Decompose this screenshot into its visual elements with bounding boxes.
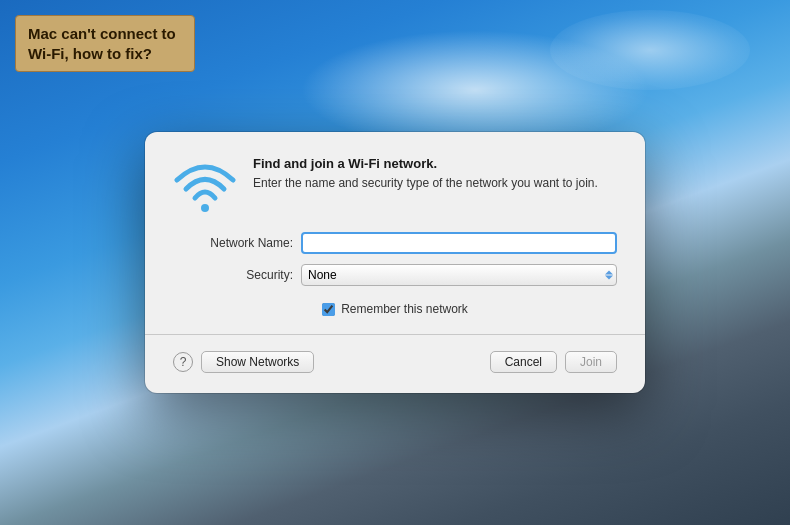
security-label: Security:: [173, 268, 293, 282]
help-button[interactable]: ?: [173, 352, 193, 372]
wifi-icon: [173, 158, 237, 212]
remember-network-label: Remember this network: [341, 302, 468, 316]
dialog-header: Find and join a Wi-Fi network. Enter the…: [173, 156, 617, 212]
dialog-backdrop: Find and join a Wi-Fi network. Enter the…: [0, 0, 790, 525]
dialog-form: Network Name: Security: None WEP WPA/WPA…: [173, 232, 617, 286]
dialog-title: Find and join a Wi-Fi network.: [253, 156, 598, 171]
network-name-row: Network Name:: [173, 232, 617, 254]
checkbox-row: Remember this network: [173, 302, 617, 316]
button-row: ? Show Networks Cancel Join: [173, 351, 617, 373]
cancel-button[interactable]: Cancel: [490, 351, 557, 373]
show-networks-button[interactable]: Show Networks: [201, 351, 314, 373]
security-select-wrapper: None WEP WPA/WPA2 Personal WPA2 Personal…: [301, 264, 617, 286]
wifi-join-dialog: Find and join a Wi-Fi network. Enter the…: [145, 132, 645, 393]
network-name-input[interactable]: [301, 232, 617, 254]
join-button[interactable]: Join: [565, 351, 617, 373]
dialog-divider: [145, 334, 645, 335]
security-select[interactable]: None WEP WPA/WPA2 Personal WPA2 Personal…: [301, 264, 617, 286]
network-name-label: Network Name:: [173, 236, 293, 250]
dialog-header-text: Find and join a Wi-Fi network. Enter the…: [253, 156, 598, 192]
dialog-description: Enter the name and security type of the …: [253, 175, 598, 192]
remember-network-checkbox[interactable]: [322, 303, 335, 316]
svg-point-0: [201, 204, 209, 212]
security-row: Security: None WEP WPA/WPA2 Personal WPA…: [173, 264, 617, 286]
